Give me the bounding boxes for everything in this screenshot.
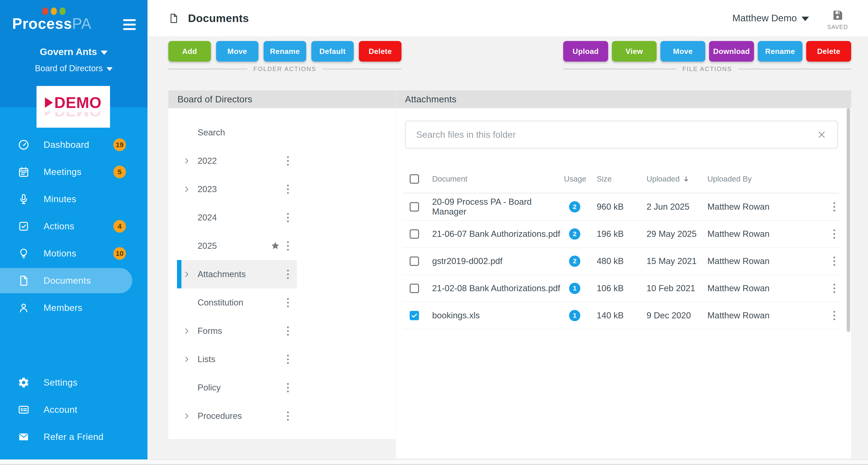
divider: [168, 68, 247, 69]
sort-desc-icon: [682, 175, 690, 183]
user-menu[interactable]: Matthew Demo: [732, 13, 809, 24]
kebab-menu-icon[interactable]: [283, 126, 292, 139]
file-uploaded-date: 2 Jun 2025: [647, 202, 707, 212]
tree-item-procedures[interactable]: Procedures: [177, 402, 297, 430]
folder-default-button[interactable]: Default: [311, 41, 354, 62]
kebab-menu-icon[interactable]: [283, 296, 292, 309]
tree-item-2025[interactable]: 2025: [177, 232, 297, 260]
star-icon[interactable]: [270, 411, 280, 421]
column-uploaded[interactable]: Uploaded: [647, 175, 707, 183]
row-checkbox[interactable]: [410, 202, 419, 211]
chevron-right-icon[interactable]: [183, 299, 190, 307]
kebab-menu-icon[interactable]: [283, 268, 292, 281]
file-name[interactable]: 21-02-08 Bank Authorizations.pdf: [432, 284, 564, 293]
kebab-menu-icon[interactable]: [283, 239, 292, 253]
folder-add-button[interactable]: Add: [168, 41, 211, 62]
kebab-menu-icon[interactable]: [830, 309, 839, 322]
tree-item-forms[interactable]: Forms: [177, 317, 297, 345]
kebab-menu-icon[interactable]: [283, 409, 292, 423]
kebab-menu-icon[interactable]: [830, 200, 839, 213]
kebab-menu-icon[interactable]: [283, 381, 292, 394]
star-icon[interactable]: [270, 382, 280, 393]
star-icon[interactable]: [270, 212, 280, 223]
star-icon[interactable]: [270, 297, 280, 308]
group-selector[interactable]: Board of Directors: [0, 63, 148, 73]
sidebar-item-actions[interactable]: Actions 4: [0, 213, 148, 240]
sidebar-item-account[interactable]: $ Account: [0, 396, 148, 423]
tree-item-attachments[interactable]: Attachments: [177, 260, 297, 288]
file-view-button[interactable]: View: [612, 41, 657, 62]
select-all-checkbox[interactable]: [410, 174, 419, 184]
chevron-right-icon[interactable]: [183, 270, 190, 278]
search-input[interactable]: [405, 121, 838, 148]
tree-item-2022[interactable]: 2022: [177, 147, 297, 175]
kebab-menu-icon[interactable]: [283, 154, 292, 168]
sidebar-item-settings[interactable]: Settings: [0, 369, 148, 396]
sidebar-item-motions[interactable]: Motions 10: [0, 240, 148, 267]
saved-label: SAVED: [827, 24, 848, 30]
star-icon[interactable]: [270, 354, 280, 365]
tree-item-lists[interactable]: Lists: [177, 345, 297, 373]
kebab-menu-icon[interactable]: [830, 255, 839, 268]
file-upload-button[interactable]: Upload: [563, 41, 608, 62]
file-delete-button[interactable]: Delete: [806, 41, 851, 62]
sidebar-item-refer-a-friend[interactable]: Refer a Friend: [0, 423, 148, 451]
folder-rename-button[interactable]: Rename: [264, 41, 306, 62]
kebab-menu-icon[interactable]: [830, 282, 839, 295]
person-icon: [18, 302, 30, 314]
file-name[interactable]: 21-06-07 Bank Authorizations.pdf: [432, 229, 564, 239]
chevron-right-icon[interactable]: [183, 128, 190, 137]
star-icon[interactable]: [270, 269, 280, 280]
chevron-right-icon[interactable]: [183, 185, 190, 193]
sidebar-item-documents[interactable]: Documents: [0, 267, 148, 294]
tree-item-constitution[interactable]: Constitution: [177, 288, 297, 317]
chevron-right-icon[interactable]: [183, 355, 190, 363]
sidebar-item-dashboard[interactable]: Dashboard 19: [0, 131, 148, 158]
chevron-right-icon[interactable]: [183, 412, 190, 420]
sidebar-item-members[interactable]: Members: [0, 294, 148, 321]
file-name[interactable]: 20-09 Process PA - Board Manager: [432, 197, 564, 217]
chevron-right-icon[interactable]: [183, 242, 190, 250]
file-download-button[interactable]: Download: [709, 41, 754, 62]
tree-item-policy[interactable]: Policy: [177, 373, 297, 402]
file-table: Document Usage Size Uploaded Uploaded By…: [403, 165, 839, 329]
row-checkbox[interactable]: [410, 284, 419, 293]
hamburger-menu-icon[interactable]: [123, 19, 136, 30]
file-actions-label: FILE ACTIONS: [676, 65, 738, 72]
table-row: 20-09 Process PA - Board Manager 2 960 k…: [403, 194, 839, 221]
tree-item-2023[interactable]: 2023: [177, 175, 297, 203]
sidebar-item-minutes[interactable]: Minutes: [0, 185, 148, 213]
row-checkbox[interactable]: [410, 311, 419, 320]
file-rename-button[interactable]: Rename: [758, 41, 803, 62]
star-icon[interactable]: [270, 127, 280, 138]
column-size: Size: [597, 175, 647, 183]
sidebar-item-meetings[interactable]: Meetings 5: [0, 158, 148, 185]
kebab-menu-icon[interactable]: [283, 211, 292, 224]
file-name[interactable]: bookings.xls: [432, 311, 564, 320]
sidebar-nav: Dashboard 19 Meetings 5 Minutes Actions …: [0, 131, 148, 321]
scrollbar-thumb[interactable]: [847, 108, 850, 332]
chevron-right-icon[interactable]: [183, 214, 190, 222]
star-icon[interactable]: [270, 156, 280, 166]
star-icon[interactable]: [270, 184, 280, 195]
chevron-right-icon[interactable]: [183, 327, 190, 335]
chevron-right-icon[interactable]: [183, 157, 190, 165]
file-name[interactable]: gstr2019-d002.pdf: [432, 256, 564, 266]
row-checkbox[interactable]: [410, 229, 419, 239]
kebab-menu-icon[interactable]: [283, 183, 292, 196]
file-move-button[interactable]: Move: [660, 41, 705, 62]
star-icon[interactable]: [270, 326, 280, 336]
chevron-right-icon[interactable]: [183, 384, 190, 392]
kebab-menu-icon[interactable]: [283, 324, 292, 338]
file-uploaded-by: Matthew Rowan: [707, 256, 811, 266]
kebab-menu-icon[interactable]: [283, 353, 292, 366]
folder-delete-button[interactable]: Delete: [359, 41, 401, 62]
kebab-menu-icon[interactable]: [830, 228, 839, 240]
star-icon[interactable]: [270, 241, 280, 251]
clear-search-icon[interactable]: [816, 129, 827, 140]
org-selector[interactable]: Govern Ants: [0, 47, 148, 57]
tree-item-search[interactable]: Search: [177, 118, 297, 147]
tree-item-2024[interactable]: 2024: [177, 203, 297, 232]
folder-move-button[interactable]: Move: [216, 41, 259, 62]
row-checkbox[interactable]: [410, 257, 419, 266]
